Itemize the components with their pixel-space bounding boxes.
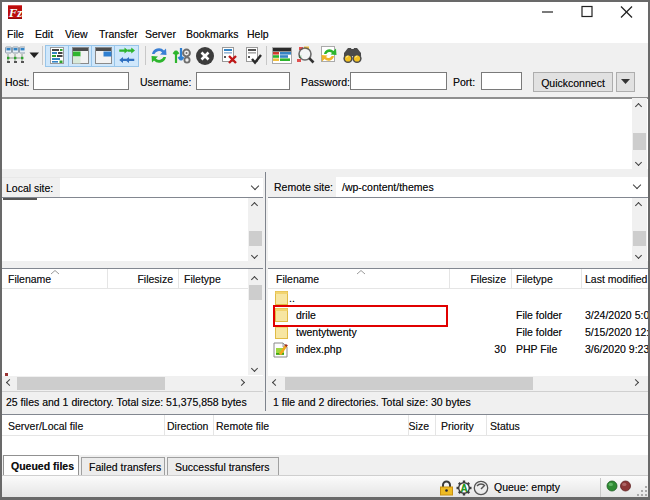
svg-text:A: A: [460, 483, 467, 494]
svg-text:Fz: Fz: [8, 5, 22, 19]
